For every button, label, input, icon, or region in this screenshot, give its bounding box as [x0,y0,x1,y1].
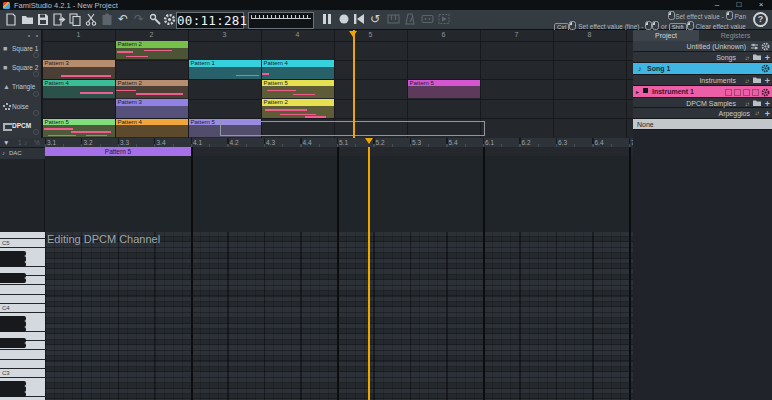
pattern-block[interactable]: Pattern 5 [262,80,334,98]
effect-panel[interactable] [45,156,633,232]
qwerty-piano-icon[interactable] [386,13,400,27]
record-button-icon[interactable] [337,13,351,27]
piano-key-black[interactable] [0,343,26,348]
collapse-arrow-icon[interactable]: ▼ [3,139,9,146]
dac-effect-button[interactable]: ♪ DAC [0,147,45,159]
piano-roll-timeline[interactable]: 3.13.23.33.44.14.24.34.45.15.25.35.46.16… [45,138,633,147]
snap-note-icon[interactable]: ♪ [24,139,27,146]
folder-icon[interactable] [753,76,761,84]
sort-icon[interactable]: ↓↑ [745,55,749,61]
tab-project[interactable]: Project [633,30,699,41]
piano-key-white[interactable] [0,360,45,368]
metronome-icon[interactable] [403,13,417,27]
add-sample-button[interactable]: + [765,99,770,109]
piano-key-black[interactable] [0,251,26,256]
envelope-icon[interactable] [752,89,759,96]
sequencer-column-number[interactable]: 7 [480,31,553,38]
pattern-block[interactable]: Pattern 2 [116,80,188,98]
piano-key-black[interactable] [0,316,26,321]
export-icon[interactable] [52,13,66,27]
sequencer-seek-marker[interactable] [349,31,357,37]
piano-key-black[interactable] [0,338,26,343]
undo-icon[interactable]: ↶ [116,13,130,27]
expand-arrow-icon[interactable]: ▸ [636,88,639,95]
sort-icon[interactable]: ↓↑ [745,78,749,84]
settings-gear-icon[interactable] [162,13,176,27]
folder-icon[interactable] [753,99,761,107]
pattern-header-row[interactable]: Pattern 5 [45,147,633,156]
sequencer-column-number[interactable]: 1 [42,31,115,38]
channel-square1[interactable]: ■ Square 1 [0,41,42,60]
pattern-block[interactable]: Pattern 2 [116,41,188,59]
piano-key-black[interactable] [0,256,26,261]
pattern-block[interactable]: Pattern 5 [408,80,480,98]
open-file-icon[interactable] [20,13,34,27]
pattern-block[interactable]: Pattern 1 [189,60,261,78]
pattern-block[interactable]: Pattern 3 [43,60,115,78]
sequencer[interactable]: 12345678Pattern 2Pattern 3Pattern 1Patte… [42,30,633,138]
copy-icon[interactable] [68,13,82,27]
instrument-row[interactable]: ▸ Instrument 1 [633,86,772,98]
piano-key-black[interactable] [0,327,26,332]
sequencer-column-number[interactable]: 4 [261,31,334,38]
snap-value[interactable]: 1 [18,139,22,146]
force-display-icon[interactable] [33,52,39,58]
save-icon[interactable] [36,13,50,27]
project-row[interactable]: Untitled (Unknown) [633,41,772,52]
pattern-block[interactable]: Pattern 4 [116,119,188,137]
add-instrument-button[interactable]: + [765,76,770,86]
song-row[interactable]: ♪ Song 1 [633,63,772,75]
pattern-block[interactable]: Pattern 4 [43,80,115,98]
arpeggio-none-row[interactable]: None [633,119,772,131]
pause-button-icon[interactable] [320,13,334,27]
loop-button-icon[interactable]: ↺ [368,13,382,27]
force-display-icon[interactable] [33,129,39,135]
force-display-icon[interactable] [33,71,39,77]
new-file-icon[interactable] [4,13,18,27]
mixer-icon[interactable] [750,42,759,51]
tab-registers[interactable]: Registers [699,30,772,41]
envelope-icon[interactable] [743,89,750,96]
force-display-icon[interactable] [33,91,39,97]
piano-key-white[interactable] [0,285,45,293]
close-button[interactable]: × [750,0,772,10]
force-display-icon[interactable] [33,110,39,116]
piano-key-black[interactable] [0,273,26,278]
sequencer-column-number[interactable]: 5 [334,31,407,38]
channel-dpcm[interactable]: DPCM [0,118,42,137]
add-song-button[interactable]: + [765,53,770,63]
sequencer-column-number[interactable]: 2 [115,31,188,38]
envelope-icon[interactable] [734,89,741,96]
cut-icon[interactable] [84,13,98,27]
redo-icon[interactable]: ↷ [132,13,146,27]
instrument-settings-gear-icon[interactable] [761,88,770,97]
snap-percent-icon[interactable]: % [34,139,40,146]
piano-key-black[interactable] [0,381,26,386]
pattern-block[interactable]: Pattern 5 [43,119,115,137]
channel-noise[interactable]: Noise [0,99,42,118]
piano-key-white[interactable] [0,350,45,358]
song-settings-gear-icon[interactable] [761,64,770,73]
piano-key-black[interactable] [0,392,26,397]
sequencer-column-number[interactable]: 8 [553,31,626,38]
sequencer-column-number[interactable]: 6 [407,31,480,38]
piano-keyboard[interactable]: C5C4C3 [0,232,45,400]
minimize-button[interactable]: – [706,0,728,10]
envelope-icon[interactable] [725,89,732,96]
pattern-block[interactable]: Pattern 3 [116,99,188,117]
piano-key-black[interactable] [0,278,26,283]
paste-icon[interactable] [100,13,114,27]
pattern-block[interactable]: Pattern 2 [262,99,334,117]
channel-square2[interactable]: ■ Square 2 [0,60,42,79]
piano-key-white[interactable] [0,295,45,303]
pattern-block[interactable]: Pattern 4 [262,60,334,78]
folder-icon[interactable] [753,53,761,61]
project-settings-gear-icon[interactable] [761,42,770,51]
help-button[interactable]: ? [753,12,768,27]
sort-icon[interactable]: ↓↑ [745,101,749,107]
sort-icon[interactable]: ↓↑ [755,110,759,116]
rewind-button-icon[interactable] [352,13,366,27]
maximize-button[interactable]: □ [728,0,750,10]
machine-icon[interactable] [420,13,434,27]
piano-roll-seek-marker[interactable] [365,138,373,144]
